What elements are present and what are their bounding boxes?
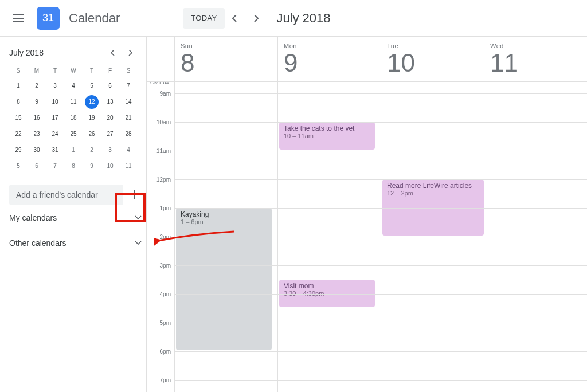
minical-dow: F: [101, 65, 119, 77]
minical-dow: S: [119, 65, 138, 77]
minical-day[interactable]: 1: [64, 143, 83, 157]
minical-day[interactable]: 4: [119, 143, 138, 157]
day-header[interactable]: Sun8: [174, 37, 277, 81]
minical-day[interactable]: 12: [85, 95, 99, 109]
minical-day[interactable]: 7: [119, 79, 138, 93]
minical-dow: M: [28, 65, 46, 77]
hour-line: [174, 294, 587, 295]
other-calendars-section[interactable]: Other calendars: [9, 230, 142, 256]
hour-label: 5pm: [160, 320, 171, 326]
event[interactable]: Read more LifeWire articles12 – 2pm: [382, 179, 484, 236]
minical-day[interactable]: 13: [101, 95, 119, 109]
event[interactable]: Kayaking1 – 6pm: [176, 208, 272, 350]
minical-day[interactable]: 19: [83, 111, 101, 125]
minical-dow: T: [83, 65, 101, 77]
minical-day[interactable]: 28: [119, 127, 138, 141]
minical-day[interactable]: 31: [46, 143, 64, 157]
minical-day[interactable]: 9: [83, 159, 101, 173]
minical-day[interactable]: 2: [83, 143, 101, 157]
day-header[interactable]: Wed11: [484, 37, 587, 81]
minical-day[interactable]: 11: [64, 95, 83, 109]
hour-line: [174, 93, 587, 94]
minical-day[interactable]: 15: [9, 111, 28, 125]
event[interactable]: Visit mom3:30 – 4:30pm: [279, 280, 375, 307]
minical-dow: W: [64, 65, 83, 77]
minical-day[interactable]: 2: [28, 79, 46, 93]
minical-day[interactable]: 27: [101, 127, 119, 141]
minical-next-button[interactable]: [123, 46, 137, 60]
app-title: Calendar: [69, 11, 120, 26]
calendar-grid: Sun8Mon9Tue10Wed11 GMT-04 9am10am11am12p…: [147, 37, 587, 392]
hour-line: [174, 237, 587, 237]
minical-day[interactable]: 8: [9, 95, 28, 109]
minical-prev-button[interactable]: [106, 46, 120, 60]
hour-line: [174, 179, 587, 180]
calendar-logo: 31: [37, 7, 60, 30]
minical-day[interactable]: 3: [101, 143, 119, 157]
minical-day[interactable]: 5: [9, 159, 28, 173]
day-number: 11: [490, 50, 587, 76]
hour-line: [174, 380, 587, 381]
day-header[interactable]: Mon9: [277, 37, 381, 81]
minical-day[interactable]: 3: [46, 79, 64, 93]
event-time: 10 – 11am: [284, 132, 370, 139]
hour-label: 12pm: [156, 177, 171, 183]
hour-label: 6pm: [160, 348, 171, 355]
event-title: Kayaking: [181, 210, 267, 218]
hour-label: 4pm: [160, 291, 171, 297]
next-period-button[interactable]: [245, 8, 266, 29]
minical-day[interactable]: 4: [64, 79, 83, 93]
minical-dow: S: [9, 65, 28, 77]
day-number: 9: [284, 50, 381, 76]
add-friend-input[interactable]: [9, 185, 123, 205]
minical-day[interactable]: 10: [101, 159, 119, 173]
minical-day[interactable]: 7: [46, 159, 64, 173]
hour-label: 2pm: [160, 234, 171, 240]
hour-label: 11am: [156, 148, 171, 154]
minical-day[interactable]: 6: [101, 79, 119, 93]
logo-date: 31: [42, 12, 54, 24]
minical-day[interactable]: 29: [9, 143, 28, 157]
minical-day[interactable]: 14: [119, 95, 138, 109]
event[interactable]: Take the cats to the vet10 – 11am: [279, 122, 375, 150]
day-number: 10: [387, 50, 484, 76]
minical-day[interactable]: 16: [28, 111, 46, 125]
minical-day[interactable]: 6: [28, 159, 46, 173]
my-calendars-section[interactable]: My calendars: [9, 205, 142, 230]
time-gutter: 9am10am11am12pm1pm2pm3pm4pm5pm6pm7pm: [147, 82, 174, 392]
minical-day[interactable]: 21: [119, 111, 138, 125]
event-time: 1 – 6pm: [181, 218, 267, 225]
period-label: July 2018: [276, 11, 330, 26]
minical-day[interactable]: 22: [9, 127, 28, 141]
day-headers: Sun8Mon9Tue10Wed11: [147, 37, 587, 82]
chevron-down-icon: [135, 241, 142, 245]
menu-button[interactable]: [5, 5, 32, 32]
add-calendar-button[interactable]: [128, 185, 142, 205]
minical-day[interactable]: 18: [64, 111, 83, 125]
minical-title: July 2018: [9, 48, 44, 57]
minical-day[interactable]: 11: [119, 159, 138, 173]
minical-day[interactable]: 5: [83, 79, 101, 93]
minical-day[interactable]: 8: [64, 159, 83, 173]
minical-day[interactable]: 9: [28, 95, 46, 109]
app-header: 31 Calendar TODAY July 2018: [0, 0, 587, 37]
minical-day[interactable]: 26: [83, 127, 101, 141]
hour-label: 9am: [160, 91, 171, 97]
event-title: Take the cats to the vet: [284, 124, 370, 132]
today-button[interactable]: TODAY: [183, 8, 225, 29]
day-header[interactable]: Tue10: [381, 37, 484, 81]
chevron-left-icon: [232, 15, 238, 22]
prev-period-button[interactable]: [225, 8, 245, 29]
minical-day[interactable]: 20: [101, 111, 119, 125]
minical-day[interactable]: 23: [28, 127, 46, 141]
minical-day[interactable]: 24: [46, 127, 64, 141]
minical-day[interactable]: 1: [9, 79, 28, 93]
minical-day[interactable]: 30: [28, 143, 46, 157]
section-label: Other calendars: [9, 238, 66, 248]
minical-day[interactable]: 17: [46, 111, 64, 125]
minical-day[interactable]: 10: [46, 95, 64, 109]
minical-day[interactable]: 25: [64, 127, 83, 141]
event-title: Visit mom: [284, 282, 370, 290]
hour-line: [174, 151, 587, 151]
hour-line: [174, 208, 587, 209]
